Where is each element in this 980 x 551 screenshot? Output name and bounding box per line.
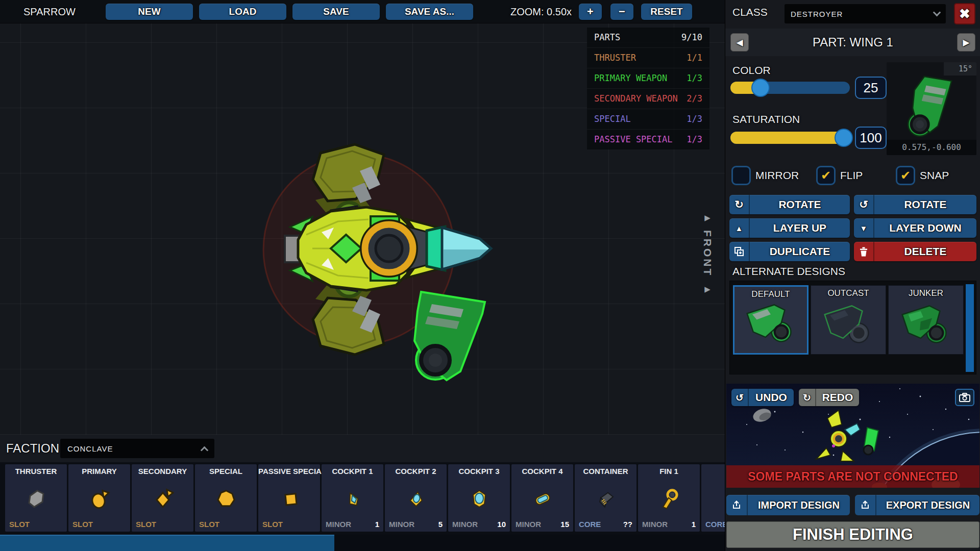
mirror-checkbox[interactable]: ✔ (731, 166, 751, 185)
cockpit-4-part-icon (531, 488, 554, 510)
parts-row-special: SPECIAL 1/3 (587, 109, 709, 129)
palette-item-primary[interactable]: PRIMARY SLOT (68, 464, 130, 532)
save-as-button[interactable]: SAVE AS... (386, 4, 473, 20)
design-option-outcast[interactable]: OUTCAST (811, 285, 886, 355)
delete-button[interactable]: DELETE (854, 242, 976, 261)
palette-scrollbar[interactable] (0, 535, 725, 551)
rotate-counterclockwise-button[interactable]: ↺ ROTATE (854, 195, 976, 214)
cockpit-3-part-icon (468, 488, 491, 510)
palette-item-passive-special[interactable]: PASSIVE SPECIAL SLOT (258, 464, 320, 532)
rotate-counterclockwise-icon: ↺ (854, 195, 874, 214)
parts-row-secondary: SECONDARY WEAPON 2/3 (587, 88, 709, 109)
redo-button[interactable]: ↻ REDO (799, 389, 859, 406)
cockpit-2-part-icon (405, 488, 427, 510)
part-coordinates: 0.575,-0.600 (887, 140, 976, 155)
parts-row-passive-special: PASSIVE SPECIAL 1/3 (587, 129, 709, 149)
layer-up-icon: ▲ (729, 218, 750, 238)
layer-down-button[interactable]: ▼ LAYER DOWN (854, 218, 976, 238)
front-label: FRONT (701, 230, 714, 277)
container-part-icon (595, 488, 617, 510)
saturation-value-input[interactable]: 100 (855, 127, 887, 149)
front-arrow-icon: ▶ (704, 285, 710, 294)
palette-item-partial[interactable]: CORE (701, 464, 725, 532)
undo-icon: ↺ (731, 389, 749, 406)
zoom-level: ZOOM: 0.50x (485, 0, 572, 23)
color-label: COLOR (732, 64, 771, 77)
alternate-designs-list: DEFAULT OUTCAST JUNKER (729, 281, 976, 374)
check-icon: ✔ (821, 168, 831, 182)
palette-item-cockpit-3[interactable]: COCKPIT 3 MINOR 10 (448, 464, 510, 532)
palette-item-container[interactable]: CONTAINER CORE ?? (575, 464, 636, 532)
save-button[interactable]: SAVE (292, 4, 380, 20)
parts-total-count: 9/10 (681, 28, 702, 47)
undo-button[interactable]: ↺ UNDO (731, 389, 794, 406)
color-value-input[interactable]: 25 (855, 77, 887, 99)
palette-item-fin-1[interactable]: FIN 1 MINOR 1 (638, 464, 700, 532)
snap-label: SNAP (920, 169, 949, 182)
thruster-part-icon (25, 488, 47, 510)
parts-palette: THRUSTER SLOT PRIMARY SLOT SECONDARY SLO… (0, 462, 725, 535)
bottom-panel: FACTION CONCLAVE THRUSTER SLOT PRIMARY S… (0, 435, 725, 551)
design-junker-thumbnail (895, 300, 957, 351)
flip-checkbox[interactable]: ✔ (816, 166, 836, 185)
front-direction-indicator: ▶ FRONT ▶ (697, 213, 718, 294)
saturation-slider[interactable] (730, 132, 850, 144)
color-slider[interactable] (730, 82, 850, 94)
alternate-designs-label: ALTERNATE DESIGNS (732, 265, 845, 278)
new-button[interactable]: NEW (106, 4, 193, 20)
mirror-label: MIRROR (755, 169, 799, 182)
chevron-right-icon: ▶ (963, 38, 969, 47)
duplicate-button[interactable]: DUPLICATE (729, 242, 850, 261)
class-dropdown[interactable]: DESTROYER (785, 4, 946, 23)
special-part-icon (215, 488, 237, 510)
class-value: DESTROYER (791, 10, 843, 18)
palette-item-cockpit-1[interactable]: COCKPIT 1 MINOR 1 (322, 464, 383, 532)
cockpit-1-part-icon (341, 488, 364, 510)
import-icon (726, 495, 748, 515)
ship-editor: SPARROW NEW LOAD SAVE SAVE AS... ZOOM: 0… (0, 0, 980, 551)
parts-total-label: PARTS (594, 28, 620, 47)
zoom-reset-button[interactable]: RESET (641, 4, 692, 20)
palette-item-special[interactable]: SPECIAL SLOT (195, 464, 257, 532)
part-title: PART: WING 1 (725, 29, 980, 56)
next-part-button[interactable]: ▶ (957, 33, 975, 52)
designs-scrollbar[interactable] (966, 284, 974, 372)
load-button[interactable]: LOAD (199, 4, 286, 20)
import-design-button[interactable]: IMPORT DESIGN (726, 495, 850, 515)
saturation-slider-thumb[interactable] (835, 129, 853, 147)
export-design-button[interactable]: EXPORT DESIGN (855, 495, 979, 515)
palette-item-cockpit-2[interactable]: COCKPIT 2 MINOR 5 (385, 464, 447, 532)
design-option-junker[interactable]: JUNKER (888, 285, 964, 355)
snap-checkbox[interactable]: ✔ (896, 166, 915, 185)
palette-item-cockpit-4[interactable]: COCKPIT 4 MINOR 15 (511, 464, 573, 532)
color-slider-thumb[interactable] (751, 79, 770, 97)
top-toolbar: SPARROW NEW LOAD SAVE SAVE AS... ZOOM: 0… (0, 0, 725, 23)
rotate-clockwise-button[interactable]: ↻ ROTATE (729, 195, 850, 214)
zoom-out-button[interactable]: − (610, 4, 633, 20)
faction-dropdown[interactable]: CONCLAVE (60, 439, 214, 458)
design-option-default[interactable]: DEFAULT (733, 285, 808, 355)
mirror-checkbox-group: ✔ MIRROR (731, 165, 799, 186)
layer-up-button[interactable]: ▲ LAYER UP (729, 218, 850, 238)
camera-icon (959, 393, 970, 402)
close-editor-button[interactable]: ✖ (954, 3, 975, 24)
finish-editing-button[interactable]: FINISH EDITING (726, 521, 979, 548)
check-icon: ✔ (900, 168, 911, 182)
connection-warning: SOME PARTS ARE NOT CONNECTED (726, 465, 979, 488)
rotate-clockwise-icon: ↻ (729, 195, 750, 214)
zoom-in-button[interactable]: + (579, 4, 602, 20)
parts-row-primary: PRIMARY WEAPON 1/3 (587, 68, 709, 88)
palette-item-thruster[interactable]: THRUSTER SLOT (5, 464, 67, 532)
selected-wing-part[interactable] (414, 292, 485, 380)
part-editor-sidebar: CLASS DESTROYER ✖ PART: WING 1 ◀ ▶ COLOR… (725, 0, 980, 551)
palette-item-secondary[interactable]: SECONDARY SLOT (132, 464, 193, 532)
design-canvas[interactable]: SPARROW NEW LOAD SAVE SAVE AS... ZOOM: 0… (0, 0, 725, 551)
previous-part-button[interactable]: ◀ (730, 33, 749, 52)
screenshot-button[interactable] (955, 389, 974, 406)
palette-scrollbar-thumb[interactable] (0, 535, 334, 551)
saturation-label: SATURATION (732, 113, 800, 126)
flip-label: FLIP (840, 169, 863, 182)
design-default-thumbnail (740, 299, 801, 350)
parts-row-thruster: THRUSTER 1/1 (587, 47, 709, 68)
chevron-up-icon (201, 446, 209, 454)
